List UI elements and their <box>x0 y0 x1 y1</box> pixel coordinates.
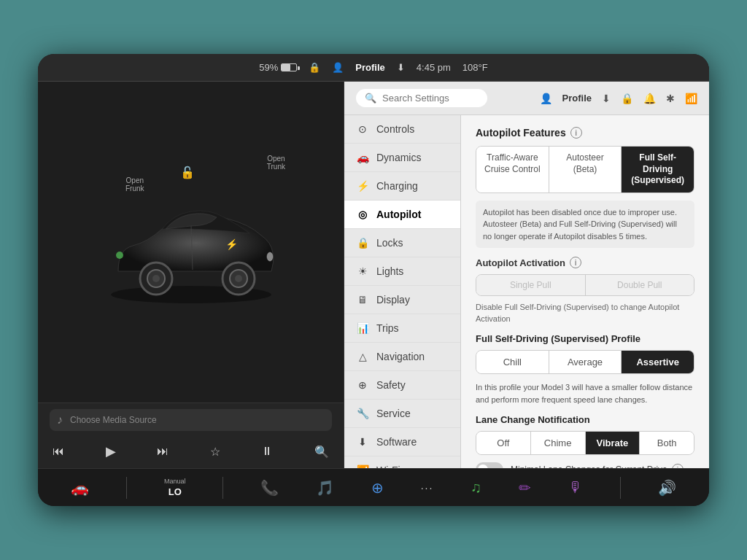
lane-tab-chime[interactable]: Chime <box>531 432 586 454</box>
taskbar-volume[interactable]: 🔊 <box>658 479 676 497</box>
taskbar: 🚗 Manual LO 📞 🎵 ⊕ ··· ♫ ✏ 🎙 🔊 <box>38 468 709 506</box>
feature-tab-tacc[interactable]: Traffic-Aware Cruise Control <box>476 147 549 192</box>
search-box[interactable]: 🔍 <box>356 89 487 107</box>
activation-note: Disable Full Self-Driving (Supervised) t… <box>476 302 694 324</box>
nav-item-safety[interactable]: ⊕ Safety <box>344 371 460 400</box>
nav-label-autopilot: Autopilot <box>376 209 421 220</box>
taskbar-spotify[interactable]: ♫ <box>471 479 481 496</box>
car-visualization <box>89 169 293 315</box>
battery-icon <box>281 63 297 71</box>
play-button[interactable]: ▶ <box>103 440 119 462</box>
lane-tab-vibrate[interactable]: Vibrate <box>586 432 640 454</box>
header-profile-label[interactable]: Profile <box>562 93 592 104</box>
feature-tab-fsd[interactable]: Full Self-Driving (Supervised) <box>622 147 694 192</box>
favorite-button[interactable]: ☆ <box>207 442 223 462</box>
music-note-icon: ♪ <box>57 413 63 427</box>
pen-icon: ✏ <box>519 479 531 497</box>
lane-tabs: Off Chime Vibrate Both <box>476 431 694 455</box>
settings-content: Autopilot Features i Traffic-Aware Cruis… <box>461 115 709 468</box>
taskbar-nav[interactable]: ⊕ <box>371 479 384 497</box>
lane-section-title: Lane Change Notification <box>476 414 694 425</box>
prev-button[interactable]: ⏮ <box>50 442 67 461</box>
search-media-button[interactable]: 🔍 <box>311 442 332 462</box>
nav-item-service[interactable]: 🔧 Service <box>344 400 460 428</box>
nav-item-controls[interactable]: ⊙ Controls <box>344 115 460 144</box>
nav-item-software[interactable]: ⬇ Software <box>344 428 460 456</box>
nav-item-wifi[interactable]: 📶 Wi-Fi <box>344 456 460 468</box>
dynamics-icon: 🚗 <box>356 152 369 163</box>
taskbar-podcast[interactable]: 🎙 <box>568 479 583 496</box>
content-columns: ⊙ Controls 🚗 Dynamics ⚡ Charging ◎ Autop… <box>344 115 709 468</box>
minimal-lane-toggle-row: Minimal Lane Changes for Current Drive i <box>476 462 694 468</box>
lights-icon: ☀ <box>356 265 369 277</box>
next-button[interactable]: ⏭ <box>154 442 171 461</box>
svg-point-6 <box>235 275 242 282</box>
battery-pct: 59% <box>259 62 278 73</box>
profile-tab-average[interactable]: Average <box>549 351 622 373</box>
autopilot-info-icon[interactable]: i <box>570 127 582 139</box>
taskbar-drive: Manual LO <box>164 478 186 497</box>
nav-item-trips[interactable]: 📊 Trips <box>344 314 460 343</box>
nav-item-display[interactable]: 🖥 Display <box>344 286 460 314</box>
search-icon: 🔍 <box>365 93 376 104</box>
nav-sidebar: ⊙ Controls 🚗 Dynamics ⚡ Charging ◎ Autop… <box>344 115 461 468</box>
svg-point-8 <box>267 252 273 261</box>
activation-tabs: Single Pull Double Pull <box>476 274 694 296</box>
media-controls: ⏮ ▶ ⏭ ☆ ⏸ 🔍 <box>50 440 332 462</box>
taskbar-pen[interactable]: ✏ <box>519 479 531 497</box>
open-trunk-button[interactable]: Open Trunk <box>267 155 285 171</box>
autopilot-title-text: Autopilot Features <box>476 127 566 139</box>
feature-tab-autosteer[interactable]: Autosteer (Beta) <box>549 147 622 192</box>
nav-label-charging: Charging <box>376 180 418 192</box>
nav-label-locks: Locks <box>376 237 403 249</box>
activation-tab-double[interactable]: Double Pull <box>586 275 694 295</box>
profile-tab-chill[interactable]: Chill <box>476 351 549 373</box>
media-source-selector[interactable]: ♪ Choose Media Source <box>50 409 332 431</box>
volume-icon: 🔊 <box>658 479 676 497</box>
profile-tabs: Chill Average Assertive <box>476 350 694 374</box>
podcast-icon: 🎙 <box>568 479 583 496</box>
locks-icon: 🔒 <box>356 237 369 249</box>
activation-info-icon[interactable]: i <box>570 257 581 268</box>
media-source-text: Choose Media Source <box>70 415 157 425</box>
trips-icon: 📊 <box>356 322 369 334</box>
car-charge-icon: ⚡ <box>225 238 238 250</box>
display-icon: 🖥 <box>356 294 369 306</box>
nav-label-software: Software <box>376 436 417 448</box>
activation-tab-single[interactable]: Single Pull <box>476 275 586 295</box>
nav-item-dynamics[interactable]: 🚗 Dynamics <box>344 144 460 172</box>
lane-tab-off[interactable]: Off <box>476 432 531 454</box>
equalizer-button[interactable]: ⏸ <box>258 442 276 461</box>
autopilot-icon: ◎ <box>356 209 369 220</box>
temp-display: 108°F <box>462 62 488 73</box>
main-content: Open Frunk Open Trunk 🔓 ⚡ <box>38 82 709 468</box>
nav-item-locks[interactable]: 🔒 Locks <box>344 229 460 257</box>
nav-item-navigation[interactable]: △ Navigation <box>344 343 460 371</box>
header-signal-icon: 📶 <box>685 93 697 104</box>
lane-tab-both[interactable]: Both <box>640 432 694 454</box>
search-header: 🔍 👤 Profile ⬇ 🔒 🔔 ✱ 📶 <box>344 82 709 115</box>
taskbar-car[interactable]: 🚗 <box>71 479 89 497</box>
nav-item-charging[interactable]: ⚡ Charging <box>344 172 460 201</box>
taskbar-more[interactable]: ··· <box>421 482 434 494</box>
profile-section-title: Full Self-Driving (Supervised) Profile <box>476 333 694 344</box>
nav-label-lights: Lights <box>376 265 403 277</box>
charging-icon: ⚡ <box>356 180 369 192</box>
open-frunk-button[interactable]: Open Frunk <box>125 176 144 192</box>
feature-tabs: Traffic-Aware Cruise Control Autosteer (… <box>476 146 694 193</box>
safety-icon: ⊕ <box>356 379 369 391</box>
taskbar-phone[interactable]: 📞 <box>260 479 279 497</box>
profile-tab-assertive[interactable]: Assertive <box>622 351 694 373</box>
search-input[interactable] <box>382 93 477 104</box>
trunk-label: Open Trunk <box>267 155 285 171</box>
header-download-icon: ⬇ <box>602 93 611 104</box>
nav-item-lights[interactable]: ☀ Lights <box>344 257 460 286</box>
lock-icon: 🔒 <box>309 62 320 73</box>
taskbar-music[interactable]: 🎵 <box>316 479 334 497</box>
minimal-lane-toggle[interactable] <box>476 462 503 468</box>
battery-indicator: 59% <box>259 62 297 73</box>
download-icon: ⬇ <box>397 62 405 73</box>
nav-item-autopilot[interactable]: ◎ Autopilot <box>344 201 460 229</box>
autopilot-warning: Autopilot has been disabled once due to … <box>476 201 694 249</box>
nav-label-navigation: Navigation <box>376 351 425 362</box>
